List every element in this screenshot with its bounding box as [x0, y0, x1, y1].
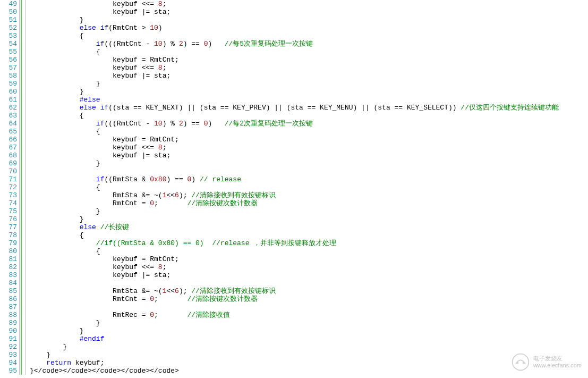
line-number: 89: [0, 319, 17, 327]
line-number: 63: [0, 112, 17, 120]
code-line: if((RmtSta & 0x80) == 0) // release: [30, 175, 559, 183]
code-line: keybuf |= sta;: [30, 8, 559, 16]
line-number: 78: [0, 231, 17, 239]
token-c: //清除接收值: [187, 311, 230, 319]
token-n: 0: [204, 120, 208, 128]
code-line: #else: [30, 96, 559, 104]
token-n: 8: [158, 263, 163, 271]
line-number: 80: [0, 247, 17, 255]
code-line: else //长按键: [30, 223, 559, 231]
code-line: }: [30, 80, 559, 88]
svg-point-0: [513, 354, 529, 371]
line-number: 53: [0, 32, 17, 40]
code-line: keybuf <<= 8;: [30, 144, 559, 152]
token-k: if: [96, 175, 105, 183]
line-number: 71: [0, 175, 17, 183]
code-line: }: [30, 159, 559, 167]
code-line: keybuf <<= 8;: [30, 0, 559, 8]
code-line: #endif: [30, 335, 559, 343]
token-c: //清除按键次数计数器: [187, 295, 258, 303]
line-number: 85: [0, 287, 17, 295]
code-line: if(((RmtCnt - 10) % 2) == 0) //每5次重复码处理一…: [30, 40, 559, 48]
code-line: return keybuf;: [30, 359, 559, 367]
line-number: 62: [0, 104, 17, 112]
line-number: 66: [0, 136, 17, 144]
token-c: //长按键: [100, 223, 130, 231]
token-n: 6: [175, 287, 179, 295]
code-line: keybuf |= sta;: [30, 72, 559, 80]
watermark: 电子发烧友 www.elecfans.com: [511, 352, 582, 372]
code-line: }: [30, 351, 559, 359]
token-n: 10: [154, 40, 163, 48]
code-line: [30, 167, 559, 175]
token-c: //每5次重复码处理一次按键: [225, 40, 313, 48]
token-k: else: [80, 223, 96, 231]
line-number-gutter: 4950515253545556575859606162636465666768…: [0, 0, 19, 375]
line-number: 51: [0, 16, 17, 24]
token-n: 0: [188, 175, 192, 183]
token-n: 0: [150, 199, 154, 207]
token-c: //清除接收到有效按键标识: [191, 191, 276, 199]
token-c: //仅这四个按键支持连续键功能: [461, 104, 559, 112]
code-line: keybuf = RmtCnt;: [30, 255, 559, 263]
line-number: 54: [0, 40, 17, 48]
line-number: 69: [0, 159, 17, 167]
code-line: RmtSta &= ~(1<<6); //清除接收到有效按键标识: [30, 191, 559, 199]
code-line: {: [30, 247, 559, 255]
token-c: //每2次重复码处理一次按键: [225, 120, 313, 128]
code-line: keybuf <<= 8;: [30, 263, 559, 271]
line-number: 57: [0, 64, 17, 72]
watermark-logo-icon: [511, 352, 530, 372]
token-n: 8: [158, 144, 163, 152]
line-number: 79: [0, 239, 17, 247]
code-line: {: [30, 32, 559, 40]
token-n: 2: [179, 40, 183, 48]
watermark-url: www.elecfans.com: [533, 362, 582, 369]
line-number: 60: [0, 88, 17, 96]
token-n: 2: [179, 120, 183, 128]
token-n: 0: [204, 40, 208, 48]
token-c: //清除按键次数计数器: [187, 199, 258, 207]
code-line: RmtCnt = 0; //清除按键次数计数器: [30, 295, 559, 303]
code-line: keybuf |= sta;: [30, 152, 559, 159]
line-number: 76: [0, 215, 17, 223]
line-number: 92: [0, 343, 17, 351]
line-number: 68: [0, 152, 17, 159]
line-number: 87: [0, 303, 17, 311]
token-n: 0: [150, 311, 154, 319]
code-line: {: [30, 183, 559, 191]
line-number: 52: [0, 24, 17, 32]
line-number: 91: [0, 335, 17, 343]
line-number: 56: [0, 56, 17, 64]
line-number: 93: [0, 351, 17, 359]
line-number: 82: [0, 263, 17, 271]
line-number: 70: [0, 167, 17, 175]
line-number: 74: [0, 199, 17, 207]
token-k: if: [96, 120, 105, 128]
token-n: 10: [150, 24, 158, 32]
line-number: 49: [0, 0, 17, 8]
code-line: }: [30, 16, 559, 24]
token-n: 0x80: [150, 175, 166, 183]
line-number: 59: [0, 80, 17, 88]
line-number: 84: [0, 279, 17, 287]
token-n: 1: [163, 191, 167, 199]
code-line: keybuf = RmtCnt;: [30, 56, 559, 64]
fold-bracket: [21, 0, 24, 375]
code-line: RmtSta &= ~(1<<6); //清除接收到有效按键标识: [30, 287, 559, 295]
code-line: }: [30, 319, 559, 327]
code-line: [30, 303, 559, 311]
code-line: }: [30, 207, 559, 215]
line-number: 73: [0, 191, 17, 199]
token-n: 8: [158, 0, 163, 8]
line-number: 94: [0, 359, 17, 367]
watermark-title: 电子发烧友: [533, 355, 582, 362]
line-number: 61: [0, 96, 17, 104]
svg-point-2: [523, 362, 524, 364]
code-line: //if((RmtSta & 0x80) == 0) //release ，并非…: [30, 239, 559, 247]
token-pp: #else: [80, 96, 100, 104]
line-number: 77: [0, 223, 17, 231]
token-k: if: [96, 40, 105, 48]
code-line: }</code></code></code></code></code>: [30, 367, 559, 375]
line-number: 65: [0, 128, 17, 136]
